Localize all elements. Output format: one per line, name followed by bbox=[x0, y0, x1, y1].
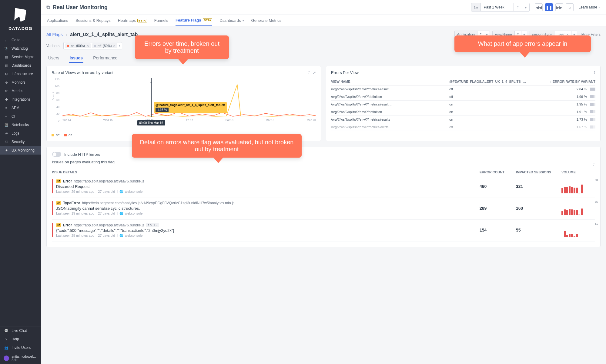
variant-chip-on[interactable]: on (50%)✕ bbox=[65, 43, 91, 48]
issues-panel: Include HTTP Errors Issues on pages eval… bbox=[46, 147, 601, 247]
th-ff[interactable]: @FEATURE_FLAGS.ALERT_UX_1_4_SPLITS_… bbox=[449, 80, 546, 83]
chart[interactable]: Percent 120 100 80 60 40 20 0 bbox=[52, 78, 316, 129]
tab-heatmaps[interactable]: HeatmapsBETA bbox=[118, 15, 147, 26]
content-scroll[interactable]: All Flags › alert_ux_1_4_splits_alert_ta… bbox=[41, 26, 606, 364]
nav-item-dashboards[interactable]: ▥Dashboards bbox=[0, 61, 41, 70]
tab-users[interactable]: Users bbox=[48, 54, 60, 63]
chevron-down-icon[interactable]: ▾ bbox=[522, 3, 529, 11]
error-message: {"code":500,"message":"","details":"","t… bbox=[56, 228, 477, 233]
nav-item-metrics[interactable]: ⟳Metrics bbox=[0, 87, 41, 95]
nav-item-service[interactable]: ▤Service Mgmt bbox=[0, 53, 41, 61]
th-view[interactable]: VIEW NAME bbox=[331, 80, 447, 83]
nav-item-help[interactable]: ?Help bbox=[0, 335, 41, 343]
nav-item-apm[interactable]: ≡APM bbox=[0, 104, 41, 112]
clear-icon[interactable]: ✕ bbox=[113, 44, 116, 48]
toggle-http-errors[interactable] bbox=[52, 152, 61, 157]
table-row[interactable]: /org/?/ws/?/splits/?/env/?/metrics/resul… bbox=[331, 116, 595, 123]
y-axis: 120 100 80 60 40 20 0 bbox=[52, 78, 59, 122]
issue-row[interactable]: JSError https://app.split.io/js/app.afc9… bbox=[52, 176, 595, 198]
pause-button[interactable]: ❚❚ bbox=[545, 3, 553, 11]
nav-item-watchdog[interactable]: 🔭Watchdog bbox=[0, 44, 41, 53]
severity-stripe bbox=[52, 179, 53, 193]
table-row[interactable]: /org/?/ws/?/splits/?/env/?/definitionoff… bbox=[331, 93, 595, 101]
error-count: 460 bbox=[480, 179, 513, 193]
annotation-callout: Detail on errors where flag was evaluate… bbox=[132, 134, 302, 158]
forward-button[interactable]: ▶▶ bbox=[555, 3, 563, 11]
expand-icon[interactable]: ⤢ bbox=[313, 71, 316, 75]
th-imp[interactable]: IMPACTED SESSIONS bbox=[516, 170, 558, 174]
tab-generate-metrics[interactable]: Generate Metrics bbox=[251, 15, 282, 26]
nav-item-chat[interactable]: 💬Live Chat bbox=[0, 326, 41, 335]
th-vol[interactable]: VOLUME bbox=[561, 170, 595, 174]
tab-performance[interactable]: Performance bbox=[92, 54, 118, 63]
table-row[interactable]: /org/?/ws/?/splits/?/env/?/metrics/alert… bbox=[331, 123, 595, 131]
table-row[interactable]: /org/?/ws/?/splits/?/env/?/metrics/resul… bbox=[331, 101, 595, 108]
tab-dashboards[interactable]: Dashboards▾ bbox=[219, 15, 244, 26]
tab-applications[interactable]: Applications bbox=[47, 15, 68, 26]
cell-view: /org/?/ws/?/splits/?/env/?/definition bbox=[331, 95, 447, 99]
time-range-picker[interactable]: 1w Past 1 Week ⤒ ▾ bbox=[471, 3, 530, 12]
tab-issues[interactable]: Issues bbox=[69, 54, 84, 63]
account-menu[interactable]: anita.mcdowel… Split bbox=[0, 352, 41, 364]
waves-icon: ≋ bbox=[4, 132, 8, 135]
nav-item-notebooks[interactable]: 📓Notebooks bbox=[0, 121, 41, 129]
variants-selector[interactable]: on (50%)✕ off (50%)✕ ▾ bbox=[63, 42, 122, 49]
pin-icon[interactable]: ⤒ bbox=[514, 3, 522, 11]
th-count[interactable]: ERROR COUNT bbox=[480, 170, 513, 174]
nav-item-logs[interactable]: ≋Logs bbox=[0, 129, 41, 138]
nav-item-integrations[interactable]: ✚Integrations bbox=[0, 95, 41, 104]
variants-label: Variants: bbox=[46, 44, 60, 48]
issue-row[interactable]: JSError https://app.split.io/js/app.afc9… bbox=[52, 220, 595, 242]
cell-ff: on bbox=[449, 102, 546, 106]
back-button[interactable]: ◀◀ bbox=[535, 3, 543, 11]
sidebar: DATADOG ⌕Go to… 🔭Watchdog ▤Service Mgmt … bbox=[0, 0, 41, 364]
panel-error-rate: Rate of Views with errors by variant ⤴ ⤢… bbox=[46, 66, 321, 141]
th-details[interactable]: ISSUE DETAILS bbox=[52, 170, 477, 174]
legend-on[interactable]: on bbox=[64, 133, 72, 137]
impacted-sessions: 160 bbox=[516, 201, 558, 215]
zoom-button[interactable]: ⌕ bbox=[566, 3, 574, 11]
issue-row[interactable]: JSTypeError https://cdn.segment.com/anal… bbox=[52, 198, 595, 220]
tab-feature-flags[interactable]: Feature FlagsBETA bbox=[176, 15, 212, 26]
cell-rate: 2.84 % bbox=[548, 87, 595, 91]
nav-item-invite[interactable]: 👥Invite Users bbox=[0, 343, 41, 352]
table-row[interactable]: /org/?/ws/?/splits/?/env/?/metrics/resul… bbox=[331, 85, 595, 93]
breadcrumb-link[interactable]: All Flags bbox=[46, 32, 63, 37]
variant-chip-off[interactable]: off (50%)✕ bbox=[92, 43, 117, 48]
export-icon[interactable]: ⤴ bbox=[593, 162, 595, 166]
cell-rate: 1.73 % bbox=[548, 118, 595, 121]
table-row[interactable]: /org/?/ws/?/splits/?/env/?/definitionon1… bbox=[331, 108, 595, 116]
tab-sessions[interactable]: Sessions & Replays bbox=[75, 15, 111, 26]
chevron-down-icon[interactable]: ▾ bbox=[119, 44, 120, 47]
square-icon bbox=[52, 134, 54, 136]
severity-stripe bbox=[52, 201, 53, 215]
clear-icon[interactable]: ✕ bbox=[86, 44, 89, 48]
cell-view: /org/?/ws/?/splits/?/env/?/metrics/resul… bbox=[331, 102, 447, 106]
infinity-icon: ∞ bbox=[4, 115, 8, 118]
error-type: Error bbox=[63, 179, 72, 183]
nav-item-security[interactable]: 🛡Security bbox=[0, 138, 41, 146]
legend-off[interactable]: off bbox=[52, 133, 59, 137]
export-icon[interactable]: ⤴ bbox=[594, 71, 595, 75]
nav-item-goto[interactable]: ⌕Go to… bbox=[0, 36, 41, 44]
x-axis: Tue 14 Wed 15 Thu 16 Fri 17 Sat 18 Mar 1… bbox=[62, 117, 316, 122]
learn-more-menu[interactable]: Learn More▾ bbox=[579, 5, 600, 9]
error-url: https://cdn.segment.com/analytics.js/v1/… bbox=[82, 201, 234, 205]
js-badge-icon: JS bbox=[56, 223, 61, 227]
separator bbox=[576, 4, 576, 11]
nav-item-ux[interactable]: ✦UX Monitoring bbox=[0, 146, 41, 155]
volume-spark: 80 bbox=[561, 179, 595, 193]
nav-item-monitors[interactable]: ⊙Monitors bbox=[0, 78, 41, 87]
chart-date-tooltip: 09:00 Thu Mar 16 bbox=[137, 120, 165, 125]
datadog-logo-icon bbox=[11, 5, 30, 24]
nav-item-infra[interactable]: ⚙Infrastructure bbox=[0, 70, 41, 78]
error-type: TypeError bbox=[63, 201, 80, 205]
tab-funnels[interactable]: Funnels bbox=[154, 15, 168, 26]
th-rate[interactable]: ↓ERROR RATE BY VARIANT bbox=[548, 80, 595, 83]
export-icon[interactable]: ⤴ bbox=[308, 71, 310, 75]
volume-spark: 51 bbox=[561, 223, 595, 237]
error-type: Error bbox=[63, 223, 72, 227]
sidebar-nav: ⌕Go to… 🔭Watchdog ▤Service Mgmt ▥Dashboa… bbox=[0, 34, 41, 326]
nav-item-ci[interactable]: ∞CI bbox=[0, 112, 41, 121]
impacted-sessions: 321 bbox=[516, 179, 558, 193]
